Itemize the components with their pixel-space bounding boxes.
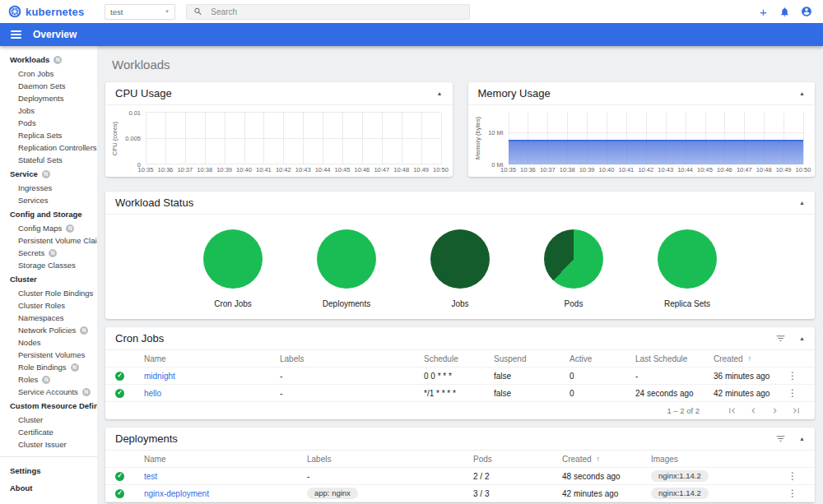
column-header-label: Schedule [424,354,458,363]
collapse-caret-icon[interactable]: ▲ [799,90,805,96]
sidebar-divider [0,456,97,457]
table-row: ✓midnight-0 0 * * *false0-36 minutes ago… [105,368,815,385]
sidebar-item-secrets[interactable]: SecretsN [0,247,97,259]
column-header-created[interactable]: Created↑ [714,354,785,363]
collapse-caret-icon[interactable]: ▲ [799,335,805,341]
sidebar-item-storage-classes[interactable]: Storage Classes [0,259,97,271]
resource-link[interactable]: nginx-deployment [144,489,209,498]
filter-icon[interactable] [775,333,786,344]
column-header-pods[interactable]: Pods [473,455,562,464]
cell-kebab: ⋮ [785,470,805,482]
first-page-icon[interactable] [721,404,742,418]
grid-line [323,113,323,164]
user-account-icon[interactable] [800,6,812,18]
collapse-caret-icon[interactable]: ▲ [799,436,805,442]
sidebar-item-config-maps[interactable]: Config MapsN [0,222,97,234]
column-header-created[interactable]: Created↑ [562,455,651,464]
sidebar-item-settings[interactable]: Settings [0,462,97,479]
column-header-labels[interactable]: Labels [307,455,473,464]
create-resource-icon[interactable]: + [757,6,770,18]
x-tick-label: 10:39 [579,167,595,173]
resource-link[interactable]: midnight [144,372,175,381]
sidebar-item-stateful-sets[interactable]: Stateful Sets [0,154,97,166]
cell-icon: ✓ [115,389,144,398]
sidebar-item-replication-controllers[interactable]: Replication Controllers [0,141,97,154]
row-menu-icon[interactable]: ⋮ [785,470,800,482]
sidebar-item-roles[interactable]: RolesN [0,373,97,386]
sidebar-item-cluster[interactable]: Cluster [0,414,97,426]
sidebar-item-nodes[interactable]: Nodes [0,336,97,349]
sidebar-item-persistent-volume-claims[interactable]: Persistent Volume ClaimsN [0,234,97,247]
sidebar-item-persistent-volumes[interactable]: Persistent Volumes [0,349,97,361]
sidebar-section-label: Custom Resource Definitions [10,401,97,410]
sidebar-item-services[interactable]: Services [0,194,97,206]
y-tick-label: 0.005 [125,136,141,142]
grid-line [362,113,363,164]
kubernetes-brand[interactable]: kubernetes [0,5,105,18]
sidebar-item-replica-sets[interactable]: Replica Sets [0,129,97,141]
column-header-last-schedule[interactable]: Last Schedule [635,354,714,363]
column-header-suspend[interactable]: Suspend [494,354,570,363]
sidebar-item-daemon-sets[interactable]: Daemon Sets [0,80,97,92]
previous-page-icon[interactable] [742,404,764,418]
sidebar-item-label: Storage Classes [18,261,76,270]
sidebar-item-role-bindings[interactable]: Role BindingsN [0,361,97,373]
sidebar-item-jobs[interactable]: Jobs [0,104,97,117]
row-menu-icon[interactable]: ⋮ [785,387,800,399]
grid-line [205,113,206,164]
namespace-select[interactable]: test ▼ [105,4,175,20]
sidebar-item-cron-jobs[interactable]: Cron Jobs [0,67,97,80]
search-bar[interactable] [186,4,470,20]
row-menu-icon[interactable]: ⋮ [785,370,800,381]
cron-jobs-card: Cron Jobs ▲ NameLabelsScheduleSuspendAct… [105,327,815,419]
search-input[interactable] [209,7,463,17]
sidebar-section-workloads[interactable]: WorkloadsN [0,52,97,67]
sidebar-section-custom-resource-definitions[interactable]: Custom Resource Definitions [0,398,97,414]
sidebar-item-label: Persistent Volumes [18,350,85,359]
resource-link[interactable]: test [144,472,157,481]
sidebar-item-namespaces[interactable]: Namespaces [0,312,97,324]
sidebar-section-cluster[interactable]: Cluster [0,271,97,287]
deployments-card: Deployments ▲ NameLabelsPodsCreated↑Imag… [105,428,815,502]
row-menu-icon[interactable]: ⋮ [785,488,800,499]
cell-kebab: ⋮ [785,488,805,499]
sidebar-section-service[interactable]: ServiceN [0,166,97,182]
column-header-label: Labels [280,354,304,363]
next-page-icon[interactable] [764,404,785,418]
column-header-images[interactable]: Images [651,455,785,464]
sidebar-item-certificate[interactable]: Certificate [0,426,97,438]
y-axis-ticks: 10 Mi0 Mi [484,113,509,164]
sidebar-item-deployments[interactable]: Deployments [0,92,97,104]
sidebar-item-about[interactable]: About [0,479,97,497]
sidebar-item-label: Persistent Volume Claims [18,236,97,245]
cell-text: 0 [570,372,574,381]
sidebar-item-network-policies[interactable]: Network PoliciesN [0,324,97,336]
memory-usage-chart: Memory (bytes)10 Mi0 Mi10:3510:3610:3710… [468,105,816,177]
sidebar-item-ingresses[interactable]: Ingresses [0,182,97,194]
x-tick-label: 10:35 [500,167,516,173]
y-axis-ticks: 0.010.0050 [121,113,146,164]
column-header-schedule[interactable]: Schedule [424,354,494,363]
cell-pods: 3 / 3 [473,489,562,498]
filter-icon[interactable] [775,433,786,444]
column-header-labels[interactable]: Labels [280,354,424,363]
notifications-bell-icon[interactable] [779,6,791,18]
label-chip: nginx:1.14.2 [651,470,709,483]
menu-hamburger-icon[interactable] [11,29,21,40]
collapse-caret-icon[interactable]: ▲ [799,200,805,206]
sidebar-item-pods[interactable]: Pods [0,117,97,129]
sidebar-item-cluster-role-bindings[interactable]: Cluster Role Bindings [0,287,97,299]
column-header-name[interactable]: Name [144,455,307,464]
cell-text: 3 / 3 [473,489,489,498]
sidebar-section-config-and-storage[interactable]: Config and Storage [0,206,97,222]
collapse-caret-icon[interactable]: ▲ [437,90,443,96]
column-header-name[interactable]: Name [144,354,280,363]
sidebar-item-cluster-issuer[interactable]: Cluster Issuer [0,438,97,451]
last-page-icon[interactable] [785,404,807,418]
sidebar-item-cluster-roles[interactable]: Cluster Roles [0,299,97,312]
cpu-usage-title: CPU Usage [115,87,172,99]
cell-icon: ✓ [115,472,144,481]
resource-link[interactable]: hello [144,389,161,398]
sidebar-item-service-accounts[interactable]: Service AccountsN [0,386,97,398]
column-header-active[interactable]: Active [570,354,635,363]
